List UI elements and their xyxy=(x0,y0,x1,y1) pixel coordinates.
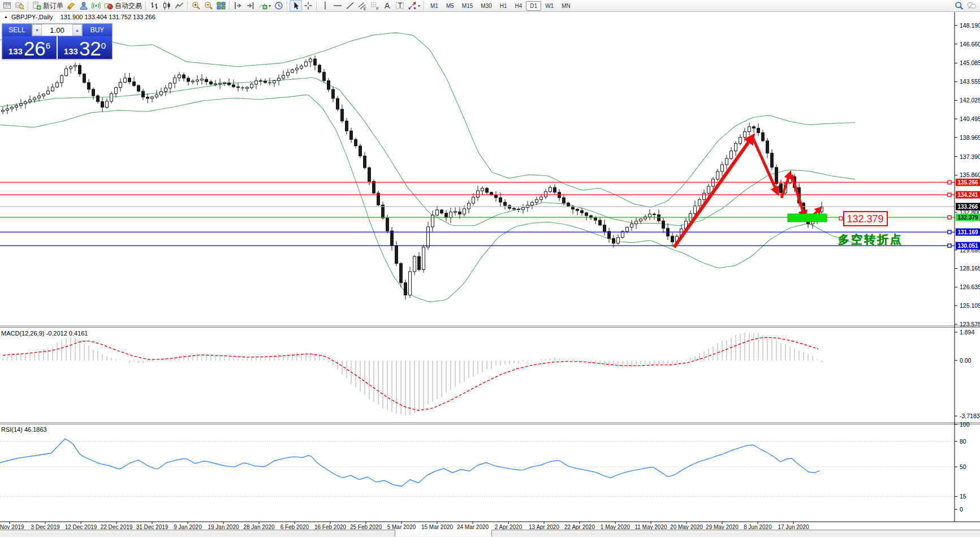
volume-decrease-button[interactable]: ▼ xyxy=(32,24,42,36)
text-button[interactable]: A xyxy=(381,1,394,11)
volume-input[interactable]: 1.00 xyxy=(42,24,72,36)
candlesticks xyxy=(2,55,823,299)
price-tick: 137.390 xyxy=(960,153,980,160)
toolbar-separator xyxy=(424,1,425,10)
search-button[interactable] xyxy=(953,1,965,11)
rsi-tick: 15 xyxy=(960,493,966,500)
hline-anchor-marker[interactable] xyxy=(948,181,951,184)
trend-line-button[interactable] xyxy=(344,1,356,11)
pane-separator[interactable] xyxy=(0,423,980,424)
timeframe-m5-button[interactable]: M5 xyxy=(442,1,458,11)
hline-anchor-marker[interactable] xyxy=(948,193,951,196)
svg-text:T: T xyxy=(398,2,403,10)
tile-windows-icon xyxy=(217,1,226,10)
signals-icon xyxy=(92,1,101,10)
chat-icon xyxy=(967,1,976,10)
toolbar-separator xyxy=(187,1,188,10)
buy-price-main: 32 xyxy=(79,39,101,58)
cursor-icon xyxy=(291,1,300,10)
equidistant-channel-button[interactable]: E xyxy=(356,1,369,11)
mt4-window: 新订单自动交易▾EFAT▾M1M5M15M30H1H4D1W1MN 132.37… xyxy=(0,0,980,537)
auto-scroll-icon xyxy=(234,1,243,10)
horizontal-line-button[interactable] xyxy=(331,1,344,11)
timeframe-h4-button[interactable]: H4 xyxy=(511,1,526,11)
timeframe-m15-button[interactable]: M15 xyxy=(458,1,477,11)
rsi-tick: 100 xyxy=(960,421,970,428)
tile-windows-button[interactable] xyxy=(215,1,227,11)
symbol-period-label: GBPJPY-,Daily xyxy=(11,14,53,20)
buy-price[interactable]: 133 32 0 xyxy=(58,36,112,59)
line-chart-button[interactable] xyxy=(173,1,185,11)
pivot-point-label[interactable]: 多空转折点 xyxy=(838,233,903,246)
chat-button[interactable] xyxy=(965,1,978,11)
trend-arrow-4[interactable] xyxy=(792,175,805,217)
chart-canvas[interactable]: 132.379多空转折点MACD(12,26,9) -0.2012 0.4161… xyxy=(0,0,980,537)
timeframe-m1-button[interactable]: M1 xyxy=(426,1,442,11)
timeframe-h1-button[interactable]: H1 xyxy=(496,1,511,11)
sell-price[interactable]: 133 26 6 xyxy=(2,36,57,59)
line-chart-icon xyxy=(175,1,184,10)
bar-chart-button[interactable] xyxy=(148,1,161,11)
timeframe-d1-button[interactable]: D1 xyxy=(526,1,541,11)
price-axis[interactable]: 148.190146.660145.085143.555142.025140.4… xyxy=(955,11,980,522)
svg-text:F: F xyxy=(377,7,379,11)
toolbar: 新订单自动交易▾EFAT▾M1M5M15M30H1H4D1W1MN xyxy=(0,0,980,12)
text-label-button[interactable]: T xyxy=(394,1,406,11)
auto-trading-label: 自动交易 xyxy=(115,1,142,11)
hline-anchor-marker[interactable] xyxy=(948,216,951,219)
auto-trading-button[interactable]: 自动交易 xyxy=(102,1,144,11)
bollinger-upper-band xyxy=(0,33,855,207)
timeframe-m30-button[interactable]: M30 xyxy=(477,1,495,11)
chart-shift-button[interactable] xyxy=(244,1,257,11)
profile-button[interactable] xyxy=(77,1,90,11)
zoom-out-button[interactable] xyxy=(202,1,215,11)
new-order-button[interactable]: 新订单 xyxy=(31,1,65,11)
sell-button[interactable]: SELL xyxy=(2,24,32,36)
macd-label: MACD(12,26,9) -0.2012 0.4161 xyxy=(1,330,88,337)
trend-arrow-1[interactable] xyxy=(674,136,753,247)
timeframe-w1-button[interactable]: W1 xyxy=(541,1,558,11)
arrows-shapes-icon xyxy=(408,1,417,10)
indicators-window-button[interactable] xyxy=(14,1,26,11)
add-indicator-icon xyxy=(258,1,267,10)
arrows-shapes-button[interactable]: ▾ xyxy=(406,1,422,11)
hline-anchor-marker[interactable] xyxy=(948,244,951,247)
trend-arrow-2[interactable] xyxy=(753,138,778,193)
pivot-price-box[interactable]: 132.379 xyxy=(839,212,887,226)
period-clock-button[interactable] xyxy=(273,1,285,11)
add-indicator-button[interactable]: ▾ xyxy=(257,1,273,11)
candle-chart-button[interactable] xyxy=(161,1,173,11)
zoom-in-button[interactable] xyxy=(190,1,202,11)
profile-icon xyxy=(79,1,88,10)
volume-increase-button[interactable]: ▲ xyxy=(72,24,82,36)
price-badge-text: 133.266 xyxy=(957,204,978,210)
price-badge-text: 135.266 xyxy=(957,179,978,186)
pane-separator[interactable] xyxy=(0,326,980,328)
pivot-box-anchor[interactable] xyxy=(839,217,843,220)
crosshair-button[interactable] xyxy=(302,1,314,11)
cursor-button[interactable] xyxy=(290,0,302,11)
bollinger-lower-band xyxy=(0,95,855,302)
sell-price-prefix: 133 xyxy=(8,45,23,58)
pivot-highlight-bar[interactable] xyxy=(788,214,827,222)
time-axis[interactable]: 4 Nov 20193 Dec 201912 Dec 201922 Dec 20… xyxy=(0,522,980,530)
crosshair-icon xyxy=(304,1,313,10)
vertical-line-button[interactable] xyxy=(319,1,331,11)
hline-anchor-marker[interactable] xyxy=(948,230,951,234)
fibonacci-button[interactable]: F xyxy=(369,1,381,11)
zoom-out-icon xyxy=(204,1,213,10)
signals-button[interactable] xyxy=(90,1,102,11)
macd-histogram xyxy=(3,333,822,415)
price-tick: 142.025 xyxy=(960,97,980,104)
timeframe-mn-button[interactable]: MN xyxy=(558,1,575,11)
auto-scroll-button[interactable] xyxy=(232,1,244,11)
price-badge-text: 130.051 xyxy=(957,243,978,249)
styles-brush-button[interactable] xyxy=(65,1,77,11)
chart-window-button[interactable] xyxy=(1,1,14,11)
chart-marker-icon: ▲ xyxy=(4,15,8,19)
active-chart-tab[interactable] xyxy=(395,530,492,536)
price-tick: 146.660 xyxy=(960,41,980,48)
buy-button[interactable]: BUY xyxy=(83,24,112,36)
volume-control: ▼ 1.00 ▲ xyxy=(32,24,83,36)
svg-text:E: E xyxy=(364,7,366,11)
